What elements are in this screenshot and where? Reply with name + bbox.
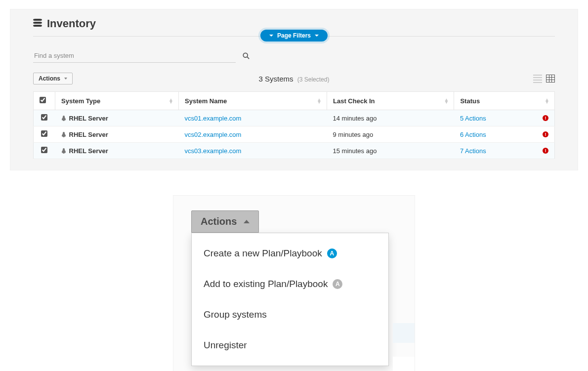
cell-name-link[interactable]: vcs03.example.com (185, 147, 242, 155)
sort-icon: ▲▼ (168, 98, 173, 103)
col-header-checkbox (34, 92, 55, 110)
svg-point-0 (243, 53, 248, 57)
menu-item-label: Unregister (204, 340, 247, 351)
ansible-badge-icon: A (327, 248, 337, 258)
linux-icon (61, 148, 66, 154)
page-filters-label: Page Filters (277, 32, 311, 39)
caret-down-icon (269, 35, 273, 37)
sort-icon: ▲▼ (444, 98, 449, 103)
col-header-checkin[interactable]: Last Check In ▲▼ (327, 92, 454, 110)
menu-item-unregister[interactable]: Unregister (192, 330, 388, 361)
linux-icon (61, 132, 66, 138)
menu-item-label: Create a new Plan/Playbook (204, 248, 322, 259)
row-checkbox[interactable] (41, 147, 47, 153)
cell-status-link[interactable]: 5 Actions (460, 115, 486, 122)
search-icon[interactable] (243, 52, 250, 59)
toolbar-row: Actions 3 Systems (3 Selected) (33, 73, 555, 84)
page-filters-button[interactable]: Page Filters (260, 30, 328, 41)
cell-status-link[interactable]: 7 Actions (460, 147, 486, 155)
page-title: Inventory (47, 17, 96, 30)
bg-stripe (393, 357, 415, 371)
bg-stripe (393, 323, 415, 343)
cell-name-link[interactable]: vcs02.example.com (185, 131, 242, 138)
error-icon: ! (543, 115, 548, 121)
inventory-panel: Inventory Page Filters Actions 3 Systems… (10, 9, 578, 170)
cell-type: RHEL Server (69, 131, 108, 138)
actions-dropdown-menu: Create a new Plan/Playbook A Add to exis… (191, 233, 389, 366)
menu-item-label: Add to existing Plan/Playbook (204, 279, 328, 289)
cell-checkin: 15 minutes ago (333, 147, 377, 155)
sort-icon: ▲▼ (545, 98, 549, 103)
actions-dropdown-open-button[interactable]: Actions (191, 210, 259, 233)
col-header-status[interactable]: Status ▲▼ (454, 92, 555, 110)
search-input[interactable] (33, 49, 236, 63)
cell-checkin: 9 minutes ago (333, 131, 374, 138)
search-row (33, 49, 555, 63)
row-checkbox[interactable] (41, 114, 47, 121)
menu-item-create-plan[interactable]: Create a new Plan/Playbook A (192, 238, 388, 269)
table-row: RHEL Server vcs01.example.com 14 minutes… (34, 110, 555, 126)
table-row: RHEL Server vcs02.example.com 9 minutes … (34, 126, 555, 143)
row-checkbox[interactable] (41, 130, 47, 137)
list-view-icon[interactable] (533, 75, 542, 82)
database-icon (33, 19, 42, 29)
actions-dropdown-button[interactable]: Actions (33, 73, 73, 84)
actions-menu-card: Actions Create a new Plan/Playbook A Add… (173, 195, 415, 371)
inventory-table: System Type ▲▼ System Name ▲▼ Last Check… (33, 91, 555, 159)
linux-icon (61, 116, 66, 122)
cell-status-link[interactable]: 6 Actions (460, 131, 486, 138)
chevron-down-icon (64, 78, 67, 80)
ansible-badge-icon: A (333, 279, 342, 289)
cell-type: RHEL Server (69, 147, 108, 155)
caret-down-icon (315, 35, 319, 37)
menu-item-label: Group systems (204, 309, 267, 320)
actions-label: Actions (201, 216, 237, 227)
systems-count: 3 Systems (3 Selected) (259, 75, 330, 83)
error-icon: ! (543, 131, 548, 137)
view-toggles (533, 75, 555, 82)
actions-label: Actions (39, 75, 60, 82)
cell-checkin: 14 minutes ago (333, 115, 377, 122)
sort-icon: ▲▼ (317, 98, 322, 103)
error-icon: ! (543, 148, 548, 154)
col-header-type[interactable]: System Type ▲▼ (55, 92, 179, 110)
cell-name-link[interactable]: vcs01.example.com (185, 115, 242, 122)
svg-line-1 (247, 57, 249, 59)
table-row: RHEL Server vcs03.example.com 15 minutes… (34, 143, 555, 159)
grid-view-icon[interactable] (546, 75, 555, 82)
cell-type: RHEL Server (69, 115, 108, 122)
menu-item-group-systems[interactable]: Group systems (192, 299, 388, 330)
col-header-name[interactable]: System Name ▲▼ (179, 92, 327, 110)
chevron-up-icon (244, 220, 250, 223)
select-all-checkbox[interactable] (40, 97, 46, 103)
menu-item-add-existing-plan[interactable]: Add to existing Plan/Playbook A (192, 269, 388, 299)
